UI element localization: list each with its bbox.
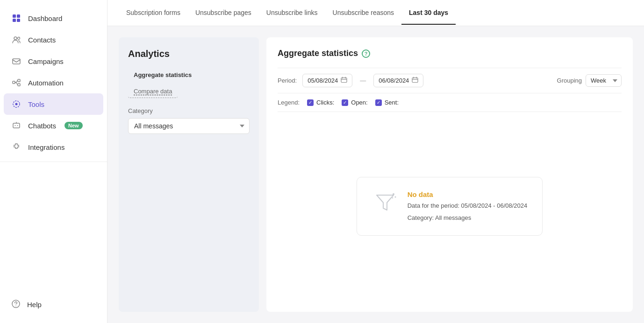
calendar-icon [341, 77, 347, 84]
sidebar-item-contacts[interactable]: Contacts [0, 29, 107, 50]
legend-row: Legend: ✓ Clicks: ✓ Open: ✓ Sent: [278, 93, 622, 112]
svg-rect-6 [13, 59, 20, 64]
analytics-title: Analytics [128, 49, 250, 59]
tab-subscription-forms[interactable]: Subscription forms [119, 1, 188, 25]
category-label: Category [128, 107, 250, 114]
sidebar-item-label-campaigns: Campaigns [28, 57, 64, 65]
sidebar-item-integrations[interactable]: Integrations [0, 136, 107, 158]
main-content: Subscription forms Unsubscribe pages Uns… [107, 0, 644, 323]
filter-row: Period: 05/08/2024 — 06/08/2024 [278, 68, 622, 93]
svg-point-14 [17, 125, 18, 126]
svg-point-20 [394, 197, 396, 198]
no-data-text: No data Data for the period: 05/08/2024 … [408, 190, 528, 222]
grouping-wrap: Grouping Day Week Month [557, 74, 622, 87]
sidebar-item-tools[interactable]: Tools [4, 93, 103, 115]
no-data-desc-line2: Category: All messages [408, 213, 528, 223]
legend-item-open: ✓ Open: [342, 99, 367, 106]
date-separator: — [360, 77, 366, 84]
automation-icon [11, 77, 21, 88]
no-data-title: No data [408, 190, 528, 198]
sidebar-item-dashboard[interactable]: Dashboard [0, 7, 107, 29]
grouping-label: Grouping [557, 77, 582, 84]
sidebar-item-label-integrations: Integrations [28, 143, 64, 151]
legend-label: Legend: [278, 99, 300, 106]
right-panel-header: Aggregate statistics ? [278, 49, 622, 58]
calendar-icon-end [412, 77, 418, 84]
sidebar-item-help[interactable]: Help [0, 294, 107, 316]
grouping-select[interactable]: Day Week Month [586, 74, 622, 87]
puzzle-icon [11, 142, 21, 152]
svg-rect-17 [341, 78, 347, 83]
sent-label: Sent: [385, 99, 399, 106]
tools-icon [11, 99, 21, 109]
no-data-desc-line1: Data for the period: 05/08/2024 - 06/08/… [408, 201, 528, 211]
sidebar: Dashboard Contacts Campaigns [0, 0, 107, 323]
svg-rect-7 [13, 81, 15, 84]
chatbot-icon [11, 120, 21, 131]
end-date-input[interactable]: 06/08/2024 [373, 74, 423, 87]
open-checkbox[interactable]: ✓ [342, 99, 348, 106]
no-data-card: No data Data for the period: 05/08/2024 … [357, 177, 543, 236]
stat-tabs: Aggregate statistics Compare data [128, 69, 250, 98]
sidebar-item-label-chatbots: Chatbots [28, 122, 56, 130]
svg-rect-1 [17, 14, 20, 18]
clicks-checkbox[interactable]: ✓ [307, 99, 314, 106]
svg-rect-9 [18, 84, 20, 86]
sent-checkbox[interactable]: ✓ [375, 99, 382, 106]
period-label: Period: [278, 77, 297, 84]
svg-point-21 [392, 197, 393, 198]
svg-point-13 [15, 125, 16, 126]
legend-item-sent: ✓ Sent: [375, 99, 399, 106]
category-select[interactable]: All messages Campaigns Automation [128, 118, 250, 134]
sidebar-item-campaigns[interactable]: Campaigns [0, 50, 107, 72]
new-badge: New [64, 122, 83, 129]
tab-unsubscribe-links[interactable]: Unsubscribe links [259, 1, 325, 25]
tab-last-30-days[interactable]: Last 30 days [401, 1, 456, 25]
sidebar-item-automation[interactable]: Automation [0, 72, 107, 93]
sidebar-item-label-help: Help [27, 301, 42, 309]
legend-item-clicks: ✓ Clicks: [307, 99, 334, 106]
users-icon [11, 35, 21, 45]
tab-aggregate-statistics[interactable]: Aggregate statistics [128, 69, 197, 81]
end-date-value: 06/08/2024 [379, 77, 409, 84]
svg-rect-18 [412, 78, 418, 83]
svg-point-4 [14, 37, 17, 40]
svg-rect-2 [13, 19, 16, 22]
top-navigation: Subscription forms Unsubscribe pages Uns… [107, 0, 644, 26]
sidebar-item-label-dashboard: Dashboard [28, 14, 62, 22]
tab-compare-data[interactable]: Compare data [128, 85, 178, 98]
open-label: Open: [351, 99, 367, 106]
svg-rect-8 [18, 79, 20, 82]
content-area: Analytics Aggregate statistics Compare d… [107, 26, 644, 323]
no-data-container: No data Data for the period: 05/08/2024 … [278, 112, 622, 301]
tab-unsubscribe-pages[interactable]: Unsubscribe pages [188, 1, 259, 25]
tab-unsubscribe-reasons[interactable]: Unsubscribe reasons [325, 1, 402, 25]
sidebar-item-label-automation: Automation [28, 79, 64, 87]
start-date-value: 05/08/2024 [308, 77, 338, 84]
help-tooltip-icon[interactable]: ? [362, 49, 370, 58]
svg-point-16 [15, 306, 16, 307]
svg-point-5 [18, 37, 20, 40]
clicks-label: Clicks: [316, 99, 334, 106]
right-panel: Aggregate statistics ? Period: 05/08/202… [266, 37, 633, 312]
start-date-input[interactable]: 05/08/2024 [302, 74, 352, 87]
email-icon [11, 56, 21, 66]
aggregate-stats-title: Aggregate statistics [278, 49, 358, 58]
filter-icon-wrap [372, 190, 398, 217]
sidebar-divider [0, 162, 107, 162]
sidebar-item-label-tools: Tools [28, 100, 44, 108]
svg-point-19 [393, 193, 394, 195]
svg-rect-3 [17, 19, 20, 22]
svg-rect-12 [13, 123, 20, 128]
grid-icon [11, 13, 21, 23]
sidebar-item-chatbots[interactable]: Chatbots New [0, 115, 107, 136]
help-icon [11, 299, 21, 310]
svg-point-10 [15, 103, 18, 105]
svg-rect-0 [13, 14, 16, 18]
sidebar-item-label-contacts: Contacts [28, 36, 56, 44]
left-panel: Analytics Aggregate statistics Compare d… [119, 37, 259, 312]
